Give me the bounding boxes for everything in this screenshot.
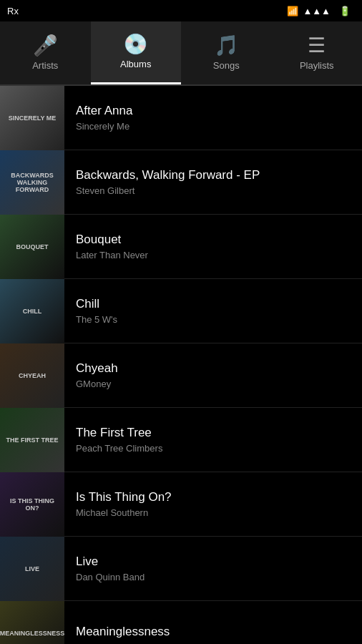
tab-albums[interactable]: 💿 Albums — [91, 21, 182, 84]
album-thumb-text: IS THIS THING ON? — [0, 494, 64, 514]
album-title: After Anna — [76, 104, 351, 118]
album-artist: Steven Gilbert — [76, 185, 351, 196]
playlists-label: Playlists — [300, 60, 334, 71]
songs-icon: 🎵 — [214, 36, 239, 56]
album-artist: GMoney — [76, 379, 351, 389]
status-right: 📶 ▲▲▲ 🔋 — [287, 6, 355, 16]
tab-playlists[interactable]: ☰ Playlists — [272, 21, 363, 84]
album-info: The First Tree Peach Tree Climbers — [64, 426, 362, 454]
albums-icon: 💿 — [123, 34, 148, 54]
album-thumb-text: MEANINGLESSNESS — [0, 627, 64, 640]
album-title: Chyeah — [76, 361, 351, 376]
album-artist: Sincerely Me — [76, 121, 351, 132]
album-title: Is This Thing On? — [76, 490, 351, 504]
songs-label: Songs — [213, 60, 240, 71]
signal-icon: ▲▲▲ — [303, 6, 331, 16]
playlists-icon: ☰ — [308, 36, 326, 56]
album-thumbnail: BACKWARDS WALKING FORWARD — [0, 150, 64, 215]
album-title: Meaninglessness — [76, 625, 351, 639]
battery-icon: 🔋 — [339, 6, 351, 16]
album-thumbnail: LIVE — [0, 537, 64, 601]
album-title: The First Tree — [76, 426, 351, 440]
tab-songs[interactable]: 🎵 Songs — [181, 21, 272, 84]
album-thumbnail: THE FIRST TREE — [0, 408, 64, 472]
album-row[interactable]: LIVE Live Dan Quinn Band — [0, 537, 362, 601]
album-artist: Michael Southern — [76, 507, 351, 518]
album-title: Bouquet — [76, 233, 351, 247]
album-thumbnail: MEANINGLESSNESS — [0, 601, 64, 645]
album-thumb-text: CHYEAH — [16, 369, 49, 382]
artists-icon: 🎤 — [33, 36, 58, 56]
album-list: SINCERELY ME After Anna Sincerely Me BAC… — [0, 86, 362, 644]
album-thumb-text: SINCERELY ME — [6, 112, 59, 125]
album-info: Live Dan Quinn Band — [64, 555, 362, 582]
album-title: Backwards, Walking Forward - EP — [76, 168, 351, 182]
album-row[interactable]: CHYEAH Chyeah GMoney — [0, 343, 362, 408]
album-thumbnail: CHYEAH — [0, 343, 64, 408]
album-info: Meaninglessness — [64, 625, 362, 642]
app-icon: Rx — [7, 6, 19, 16]
albums-label: Albums — [120, 59, 151, 69]
album-artist: Peach Tree Climbers — [76, 443, 351, 454]
album-info: Bouquet Later Than Never — [64, 233, 362, 260]
album-thumb-text: BACKWARDS WALKING FORWARD — [0, 169, 64, 196]
app-icon-area: Rx — [7, 6, 19, 16]
album-row[interactable]: SINCERELY ME After Anna Sincerely Me — [0, 86, 362, 150]
album-row[interactable]: BOUQUET Bouquet Later Than Never — [0, 215, 362, 279]
album-row[interactable]: BACKWARDS WALKING FORWARD Backwards, Wal… — [0, 150, 362, 215]
album-row[interactable]: CHILL Chill The 5 W's — [0, 279, 362, 343]
tab-artists[interactable]: 🎤 Artists — [0, 21, 91, 84]
album-info: Backwards, Walking Forward - EP Steven G… — [64, 168, 362, 196]
album-thumb-text: CHILL — [20, 305, 45, 318]
album-thumb-text: THE FIRST TREE — [3, 434, 61, 447]
album-thumb-text: LIVE — [22, 562, 42, 575]
album-thumb-text: BOUQUET — [14, 240, 52, 253]
album-info: Is This Thing On? Michael Southern — [64, 490, 362, 518]
album-artist: Later Than Never — [76, 250, 351, 260]
album-row[interactable]: MEANINGLESSNESS Meaninglessness — [0, 601, 362, 644]
tab-bar: 🎤 Artists 💿 Albums 🎵 Songs ☰ Playlists — [0, 21, 362, 86]
artists-label: Artists — [32, 60, 58, 71]
album-info: After Anna Sincerely Me — [64, 104, 362, 132]
album-thumbnail: CHILL — [0, 279, 64, 343]
wifi-icon: 📶 — [287, 6, 298, 16]
album-info: Chyeah GMoney — [64, 361, 362, 389]
album-title: Chill — [76, 297, 351, 311]
album-row[interactable]: THE FIRST TREE The First Tree Peach Tree… — [0, 408, 362, 472]
album-thumbnail: SINCERELY ME — [0, 86, 64, 150]
status-bar: Rx 📶 ▲▲▲ 🔋 — [0, 0, 362, 21]
album-row[interactable]: IS THIS THING ON? Is This Thing On? Mich… — [0, 472, 362, 537]
album-thumbnail: IS THIS THING ON? — [0, 472, 64, 537]
album-title: Live — [76, 555, 351, 569]
album-thumbnail: BOUQUET — [0, 215, 64, 279]
album-info: Chill The 5 W's — [64, 297, 362, 325]
album-artist: The 5 W's — [76, 314, 351, 325]
album-artist: Dan Quinn Band — [76, 572, 351, 582]
